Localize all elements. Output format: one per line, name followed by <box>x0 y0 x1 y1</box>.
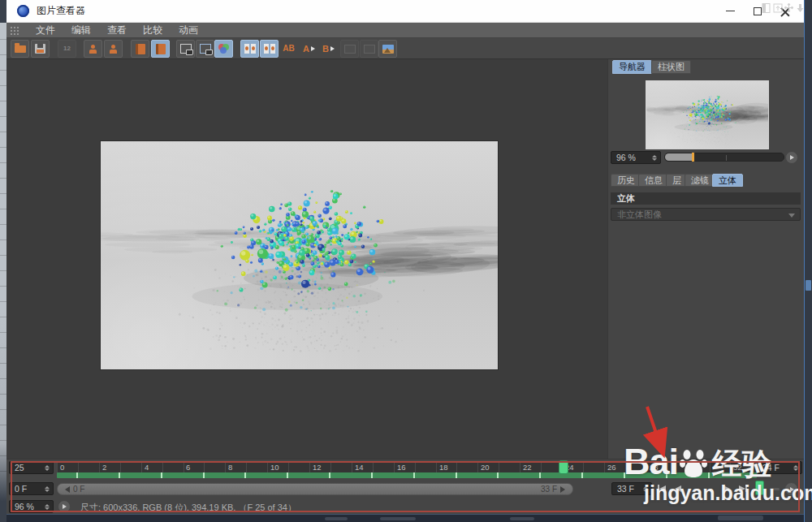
previous-image-button[interactable] <box>84 40 102 58</box>
timeline-ruler[interactable]: 02468101214161820222426283032 <box>57 462 757 473</box>
full-resolution-icon <box>200 44 211 54</box>
undock-icon[interactable] <box>772 2 783 13</box>
status-zoom-value: 96 % <box>15 502 34 511</box>
timeline-playhead[interactable] <box>559 460 568 474</box>
ab-compare-icon: AB <box>283 45 294 53</box>
menu-item[interactable]: 查看 <box>99 24 135 37</box>
navigator-zoom-value: 96 % <box>616 153 636 162</box>
goto-end-button[interactable] <box>736 482 750 494</box>
tab-histogram[interactable]: 柱状图 <box>651 60 691 74</box>
move-icon[interactable] <box>784 2 794 13</box>
ruler-label: 8 <box>228 463 232 472</box>
menu-item[interactable]: 比较 <box>135 24 171 37</box>
open-file-button[interactable] <box>11 40 29 58</box>
film-strip-2-button[interactable] <box>360 40 378 58</box>
ab-split-horizontal-button[interactable] <box>260 40 279 58</box>
previous-frame-button[interactable] <box>671 482 685 494</box>
navigator-expand-button[interactable] <box>785 151 798 164</box>
stereo-dropdown-value: 非立体图像 <box>617 209 662 221</box>
previous-image-icon <box>89 45 97 54</box>
tab-info[interactable]: 信息 <box>638 174 669 187</box>
timeline-scrollbar[interactable]: 0 F 33 F <box>57 483 573 495</box>
full-resolution-button[interactable] <box>196 40 214 58</box>
stepper-icon[interactable] <box>43 486 50 492</box>
slider-tick <box>726 155 727 161</box>
ruler-label: 10 <box>270 463 279 472</box>
stepper-icon[interactable] <box>650 155 658 161</box>
compare-b-icon <box>156 44 166 54</box>
ruler-label: 12 <box>313 463 322 472</box>
fps-field[interactable]: 25 <box>9 461 54 474</box>
compare-b-button[interactable] <box>151 40 170 58</box>
collapse-arrow-icon[interactable] <box>795 2 806 13</box>
picture-viewer-window: 图片查看器 文件编辑查看比较动画 12 AB A B 导航 <box>0 0 812 522</box>
menu-item[interactable]: 文件 <box>28 24 63 37</box>
slider-handle[interactable] <box>692 153 694 162</box>
toolbar <box>6 38 804 59</box>
chevron-down-icon <box>788 214 795 218</box>
triangle-left-icon <box>65 486 70 493</box>
status-zoom-field[interactable]: 96 % <box>9 500 54 513</box>
compare-a-button[interactable] <box>131 40 149 58</box>
set-as-b-button[interactable]: B <box>319 40 338 58</box>
film-strip-1-button[interactable] <box>340 40 359 58</box>
next-image-icon <box>110 45 117 54</box>
ruler-label: 32 <box>733 463 742 472</box>
minimize-icon <box>726 11 735 12</box>
status-expand-button[interactable] <box>58 500 71 513</box>
navigator-zoom-field[interactable]: 96 % <box>611 151 661 164</box>
disabled-control <box>770 488 780 490</box>
menu-items: 文件编辑查看比较动画 <box>28 24 206 37</box>
arrow-right-icon <box>311 46 315 51</box>
next-frame-button[interactable] <box>719 482 734 494</box>
background-right-widget <box>806 280 811 291</box>
set-as-a-button[interactable]: A <box>300 40 318 58</box>
triangle-right-icon <box>560 486 565 493</box>
titlebar: 图片查看器 <box>6 0 804 23</box>
minimize-button[interactable] <box>716 1 744 22</box>
frame-number-button[interactable]: 12 <box>58 40 76 58</box>
next-frame-icon <box>723 485 730 492</box>
stereo-dropdown[interactable]: 非立体图像 <box>611 208 801 221</box>
tab-navigator[interactable]: 导航器 <box>612 60 652 74</box>
stepper-icon[interactable] <box>792 465 799 471</box>
record-marker[interactable] <box>755 481 764 495</box>
stepper-icon[interactable] <box>641 486 649 492</box>
menubar: 文件编辑查看比较动画 <box>6 23 804 38</box>
tab-history[interactable]: 历史 <box>611 174 641 187</box>
play-forward-button[interactable] <box>703 482 718 494</box>
fit-to-view-button[interactable] <box>176 40 195 58</box>
tab-filter[interactable]: 滤镜 <box>685 174 715 187</box>
start-frame-field[interactable]: 0 F <box>9 482 54 495</box>
tab-stereo[interactable]: 立体 <box>712 174 743 187</box>
slider-fill <box>665 153 693 161</box>
current-frame-field[interactable]: 24 F <box>757 461 802 474</box>
navigator-zoom-slider[interactable] <box>664 153 784 162</box>
stepper-icon[interactable] <box>43 504 50 510</box>
rgb-channels-button[interactable] <box>214 40 233 58</box>
save-image-button[interactable] <box>31 40 50 58</box>
ab-split-vertical-button[interactable] <box>240 40 259 58</box>
background-right-edge <box>804 0 812 522</box>
image-list-button[interactable] <box>378 40 397 58</box>
navigator-preview[interactable] <box>646 80 769 149</box>
scrollbar-left-label: 0 F <box>65 485 84 494</box>
end-frame-field[interactable]: 33 F <box>611 482 652 495</box>
goto-start-button[interactable] <box>654 482 669 494</box>
menu-item[interactable]: 动画 <box>171 24 206 37</box>
ab-compare-button[interactable]: AB <box>279 40 298 58</box>
fit-to-view-icon <box>180 44 192 54</box>
timeline-expand-button[interactable] <box>784 482 798 496</box>
ruler-label: 16 <box>397 463 406 472</box>
play-backward-button[interactable] <box>687 482 702 494</box>
play-icon <box>790 487 794 492</box>
ab-split-horizontal-icon <box>264 44 275 54</box>
stereo-section-title: 立体 <box>611 192 801 205</box>
arrow-right-icon <box>330 46 335 51</box>
panel-icon[interactable] <box>761 2 771 13</box>
grip-icon[interactable] <box>10 26 20 35</box>
next-image-button[interactable] <box>104 40 123 58</box>
menu-item[interactable]: 编辑 <box>63 24 99 37</box>
skip-end-icon <box>739 485 745 492</box>
stepper-icon[interactable] <box>43 465 50 471</box>
